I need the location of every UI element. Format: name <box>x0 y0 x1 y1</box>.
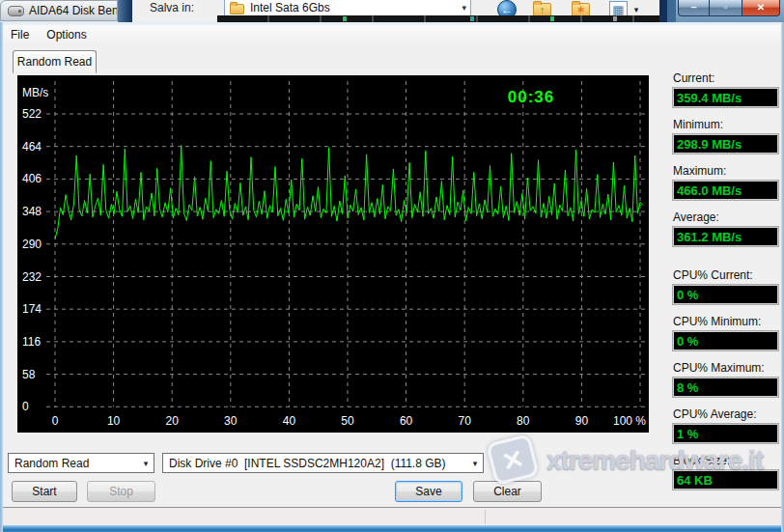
thumbnail-fleck <box>613 16 617 21</box>
svg-text:232: 232 <box>22 270 42 284</box>
stat-cpu-average: CPU% Average:1 % <box>673 407 778 443</box>
start-button[interactable]: Start <box>12 481 77 502</box>
background-window-edge-light <box>667 0 676 22</box>
chevron-down-icon: ▾ <box>138 459 154 468</box>
views-chevron-down-icon[interactable]: ▾ <box>631 5 641 14</box>
chevron-down-icon[interactable]: ▾ <box>462 3 466 13</box>
background-window-title: AIDA64 Disk Bench <box>29 4 118 17</box>
stat-minimum: Minimum:298.9 MB/s <box>673 118 778 154</box>
test-type-value: Random Read <box>14 457 89 470</box>
status-bar-separator <box>485 510 486 524</box>
maximize-button[interactable]: ▫ <box>710 0 742 16</box>
svg-text:00:36: 00:36 <box>508 88 554 106</box>
svg-text:10: 10 <box>107 414 121 428</box>
thumbnail-fleck <box>550 16 554 21</box>
stat-current-value: 359.4 MB/s <box>673 88 778 107</box>
stat-cpu-minimum-value: 0 % <box>673 331 778 350</box>
stat-minimum-value: 298.9 MB/s <box>673 134 778 154</box>
aida64-disk-benchmark-window: File Options Random Read 522464406348290… <box>0 22 784 532</box>
window-border-top <box>0 22 784 24</box>
menu-file[interactable]: File <box>3 26 38 43</box>
close-button[interactable]: ✕ <box>742 0 780 16</box>
svg-text:70: 70 <box>459 414 472 428</box>
svg-text:60: 60 <box>400 414 413 428</box>
thumbnail-fleck <box>470 16 474 21</box>
svg-text:0: 0 <box>22 400 29 413</box>
thumbnail-fleck <box>343 16 347 21</box>
tab-label: Random Read <box>17 55 92 69</box>
svg-text:30: 30 <box>224 414 238 428</box>
stat-maximum: Maximum:466.0 MB/s <box>673 164 778 200</box>
svg-text:58: 58 <box>22 368 36 381</box>
benchmark-chart: 522464406348290232174116580MB/s010203040… <box>17 75 649 433</box>
save-button[interactable]: Save <box>395 481 462 502</box>
svg-text:MB/s: MB/s <box>22 86 48 99</box>
clear-button[interactable]: Clear <box>473 481 542 502</box>
stat-average-value: 361.2 MB/s <box>673 227 778 246</box>
new-folder-star-icon: ✶ <box>576 5 585 15</box>
window-controls-area: – ▫ ✕ <box>676 0 784 22</box>
stat-cpu-current: CPU% Current:0 % <box>673 268 778 304</box>
minimize-button[interactable]: – <box>678 0 710 16</box>
folder-icon <box>230 4 244 14</box>
svg-text:290: 290 <box>22 238 42 251</box>
save-location-value: Intel Sata 6Gbs <box>250 1 330 14</box>
up-folder-icon[interactable]: ↑ <box>533 3 551 16</box>
stat-block-size-value: 64 KB <box>673 470 778 490</box>
window-border-left <box>0 22 3 532</box>
screenshot-root: AIDA64 Disk Bench Salva in: Intel Sata 6… <box>0 0 784 532</box>
stat-average: Average:361.2 MB/s <box>673 210 778 246</box>
background-windows-strip: AIDA64 Disk Bench Salva in: Intel Sata 6… <box>0 0 784 22</box>
svg-text:174: 174 <box>22 302 42 316</box>
svg-text:116: 116 <box>22 335 41 349</box>
svg-text:50: 50 <box>341 414 354 428</box>
svg-text:0: 0 <box>52 414 59 428</box>
tab-random-read[interactable]: Random Read <box>13 50 97 73</box>
svg-text:522: 522 <box>22 107 42 121</box>
stat-current: Current:359.4 MB/s <box>673 71 778 107</box>
window-controls: – ▫ ✕ <box>678 0 780 16</box>
disk-drive-icon <box>8 6 24 16</box>
stat-cpu-minimum: CPU% Minimum:0 % <box>673 315 778 350</box>
stat-maximum-value: 466.0 MB/s <box>673 181 778 200</box>
background-window-edge-dark <box>659 0 667 22</box>
stat-cpu-maximum-value: 8 % <box>673 378 778 397</box>
stat-cpu-current-value: 0 % <box>673 285 778 304</box>
file-list-thumbnails <box>217 15 659 22</box>
menu-bar: File Options <box>3 25 781 43</box>
svg-text:40: 40 <box>283 414 296 428</box>
save-dialog-fragment: Salva in: Intel Sata 6Gbs ▾ ← ↑ ✶ ▦ ▾ <box>132 0 659 22</box>
save-in-label: Salva in: <box>150 1 194 14</box>
stop-button[interactable]: Stop <box>87 481 155 502</box>
svg-text:348: 348 <box>22 205 42 218</box>
svg-text:464: 464 <box>22 140 42 154</box>
stat-block-size: Block Size:64 KB <box>673 454 778 490</box>
window-border-bottom <box>0 525 784 532</box>
up-arrow-icon: ↑ <box>540 5 546 15</box>
stat-cpu-maximum: CPU% Maximum:8 % <box>673 361 778 397</box>
menu-options[interactable]: Options <box>38 26 95 43</box>
drive-select[interactable]: Disk Drive #0 [INTEL SSDSC2MH120A2] (111… <box>162 453 484 473</box>
stat-cpu-average-value: 1 % <box>673 424 778 443</box>
drive-value: Disk Drive #0 [INTEL SSDSC2MH120A2] (111… <box>169 457 446 470</box>
svg-text:80: 80 <box>517 414 530 428</box>
background-window-titlebar: AIDA64 Disk Bench <box>0 0 118 21</box>
svg-text:90: 90 <box>575 414 589 428</box>
chevron-down-icon: ▾ <box>467 459 483 468</box>
svg-text:100 %: 100 % <box>613 414 646 428</box>
svg-text:406: 406 <box>22 172 42 185</box>
status-bar <box>3 507 781 525</box>
test-type-select[interactable]: Random Read ▾ <box>8 453 154 473</box>
svg-text:20: 20 <box>166 414 180 428</box>
background-window-edge <box>118 0 132 22</box>
new-folder-icon[interactable]: ✶ <box>572 3 590 16</box>
